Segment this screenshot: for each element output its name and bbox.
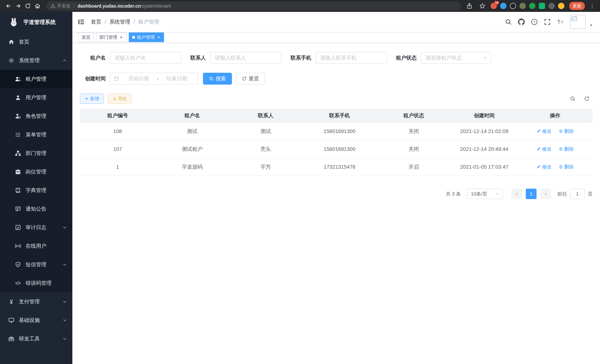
status-select[interactable]: 请选择租户状态 [421,52,491,64]
pagination: 共 3 条 10条/页 ‹ 1 › 前往 页 [80,189,593,199]
browser-reload-button[interactable] [23,1,33,11]
sidebar-item-sms-management[interactable]: 短信管理 [0,255,72,274]
tab-tenant-management[interactable]: 租户管理 × [129,32,164,42]
extension-icon-red[interactable]: 10 [490,3,497,9]
sidebar-item-notice-announcement[interactable]: 通知公告 [0,200,72,218]
sidebar-collapse-icon[interactable] [77,18,85,26]
extension-icon-dark-ring[interactable] [510,3,516,9]
fullscreen-icon[interactable] [544,19,551,25]
tab-label: 部门管理 [99,34,117,40]
add-button[interactable]: 新增 [80,93,104,104]
sidebar-item-post-management[interactable]: 岗位管理 [0,162,72,181]
sidebar-item-infrastructure[interactable]: 基础设施 [0,311,72,329]
trash-icon [559,129,563,133]
next-page-button[interactable]: › [540,189,551,199]
search-icon [209,76,214,81]
sidebar-item-payment-management[interactable]: 支付管理 [0,292,72,311]
sidebar-item-user-management[interactable]: 用户管理 [0,88,72,107]
browser-forward-button[interactable] [13,1,23,11]
extension-icon-green[interactable] [529,3,535,9]
help-icon[interactable]: ? [531,19,538,25]
sidebar-item-dictionary-management[interactable]: 字典管理 [0,181,72,200]
chevron-down-icon [495,192,500,196]
prev-page-button[interactable]: ‹ [511,189,522,199]
extension-icon-green-square[interactable] [539,3,545,9]
goto-page-input[interactable] [570,189,585,199]
breadcrumb-system-management[interactable]: 系统管理 [110,18,130,25]
svg-text:T: T [557,19,561,25]
browser-back-button[interactable] [4,1,13,11]
date-range-picker[interactable]: 开始日期 - 结束日期 [110,73,198,84]
delete-button[interactable]: 删除 [559,128,574,134]
address-bar[interactable]: 不安全 dashboard.yudao.iocoder.cn/system/te… [46,1,461,10]
sidebar-item-online-users[interactable]: 在线用户 [0,237,72,255]
sidebar-item-home[interactable]: 首页 [0,33,72,51]
sidebar-item-tenant-management[interactable]: 租户管理 [0,70,72,88]
browser-menu-kebab-icon[interactable]: ⋮ [588,3,596,9]
user-avatar[interactable] [570,15,586,29]
browser-actions: 10 更新 ⋮ [465,1,596,11]
search-icon[interactable] [505,19,512,25]
app-logo[interactable]: 芋道管理系统 [0,12,72,33]
extension-icon-blue-drop[interactable] [500,3,506,9]
date-end-placeholder: 结束日期 [159,75,194,82]
chrome-update-button[interactable]: 更新 [569,2,585,10]
add-button-label: 新增 [90,96,99,102]
cell-contact: 测试 [229,122,302,140]
search-button[interactable]: 搜索 [203,73,232,84]
tab-department-management[interactable]: 部门管理 × [96,32,127,42]
shield-icon [15,261,21,268]
cell-status: 开启 [377,158,451,176]
sidebar-item-role-management[interactable]: 角色管理 [0,107,72,125]
edit-button[interactable]: 修改 [536,146,552,152]
tenant-name-input[interactable] [110,52,181,64]
toggle-search-icon[interactable] [570,96,575,102]
sidebar-item-error-code-management[interactable]: 错误码管理 [0,274,72,292]
github-icon[interactable] [518,19,525,25]
cell-name: 芋道源码 [155,158,229,176]
page-size-select[interactable]: 10条/页 [467,189,503,199]
sidebar-item-label: 菜单管理 [26,131,46,138]
sidebar-item-audit-log[interactable]: 审计日志 [0,218,72,237]
reset-button[interactable]: 重置 [236,73,265,84]
delete-button[interactable]: 删除 [559,146,574,152]
rabbit-logo-icon [9,18,19,27]
edit-button[interactable]: 修改 [536,164,552,170]
code-icon [15,280,21,286]
cell-id: 108 [80,122,155,140]
sidebar-item-dev-tools[interactable]: 研发工具 [0,329,72,348]
cell-create-time: 2021-12-14 20:49:44 [451,140,518,158]
calendar-icon [114,76,119,81]
close-icon[interactable]: × [119,35,123,40]
page-number-1[interactable]: 1 [526,189,536,199]
security-label: 不安全 [57,3,71,9]
export-button-label: 导出 [118,96,127,102]
notice-icon [15,206,21,212]
breadcrumb-home[interactable]: 首页 [91,18,101,25]
font-size-icon[interactable]: TT [557,19,564,25]
create-time-label: 创建时间 [80,75,110,82]
refresh-icon[interactable] [584,96,590,102]
profile-emoji-icon[interactable] [558,3,564,9]
sidebar-item-system-management[interactable]: 系统管理 [0,51,72,70]
tenant-name-label: 租户名 [80,54,110,61]
tab-home[interactable]: 首页 [78,32,94,42]
contact-input[interactable] [210,52,282,64]
sidebar-item-department-management[interactable]: 部门管理 [0,144,72,162]
delete-button[interactable]: 删除 [559,164,574,170]
sidebar-item-menu-management[interactable]: 菜单管理 [0,125,72,144]
date-separator: - [156,76,159,82]
extension-icon-gray[interactable] [548,3,555,9]
cell-name: 测试 [155,122,229,140]
bookmark-button[interactable] [478,1,487,11]
extension-icon-olive[interactable] [519,3,526,9]
edit-button[interactable]: 修改 [536,128,552,134]
share-button[interactable] [465,1,474,11]
browser-home-button[interactable] [33,1,42,11]
phone-input[interactable] [315,52,387,64]
export-button[interactable]: 导出 [108,93,132,104]
caret-down-icon[interactable] [589,23,593,28]
cell-create-time: 2021-01-05 17:03:47 [451,158,518,176]
active-tab-dot [132,36,135,39]
close-icon[interactable]: × [157,35,161,40]
